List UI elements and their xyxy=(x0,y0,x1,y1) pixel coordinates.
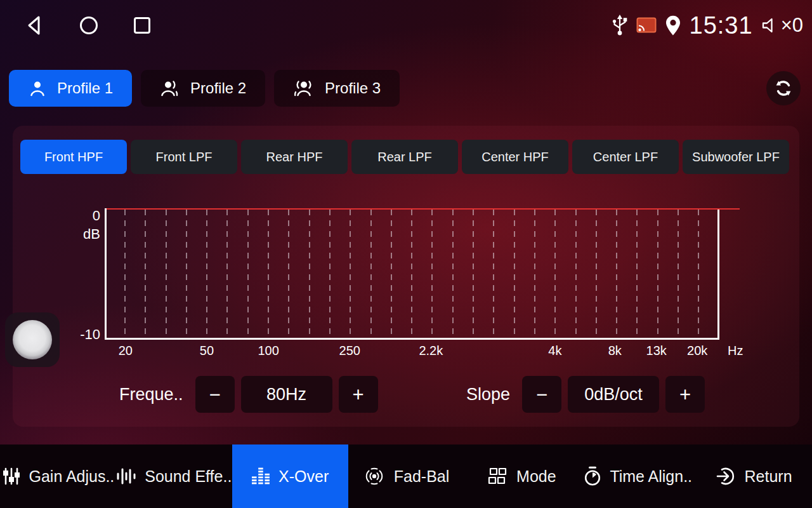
home-button[interactable] xyxy=(77,14,100,37)
chart-gridline xyxy=(554,210,556,338)
equalizer-bars-icon xyxy=(251,467,270,486)
nav-gain-adjust[interactable]: Gain Adjus.. xyxy=(0,444,116,508)
person-icon xyxy=(28,79,47,98)
mode-grid-icon xyxy=(488,467,508,485)
return-arrow-icon xyxy=(716,466,737,486)
nav-label: Fad-Bal xyxy=(394,467,450,486)
chart-x-tick: 20 xyxy=(119,344,133,358)
frequency-control: Freque.. − 80Hz + xyxy=(119,376,378,413)
location-icon xyxy=(664,15,682,36)
tab-subwoofer-lpf[interactable]: Subwoofer LPF xyxy=(683,140,789,174)
slope-minus-button[interactable]: − xyxy=(522,376,561,413)
refresh-icon xyxy=(774,79,793,98)
chart-gridline xyxy=(309,210,310,338)
filter-tabs: Front HPF Front LPF Rear HPF Rear LPF Ce… xyxy=(20,140,789,174)
status-indicators: 15:31 ×0 xyxy=(611,0,803,51)
chart-gridline xyxy=(186,210,187,338)
tab-center-lpf[interactable]: Center LPF xyxy=(572,140,679,174)
tab-rear-lpf[interactable]: Rear LPF xyxy=(351,140,458,174)
slope-label: Slope xyxy=(466,385,510,404)
refresh-button[interactable] xyxy=(766,71,801,105)
nav-fad-bal[interactable]: Fad-Bal xyxy=(348,444,464,508)
chart-gridline xyxy=(493,210,494,338)
chart-gridline xyxy=(206,210,207,338)
knob-icon xyxy=(13,320,52,359)
chart-gridline xyxy=(514,210,515,338)
profile-2-button[interactable]: Profile 2 xyxy=(141,70,265,107)
nav-label: Mode xyxy=(516,467,556,486)
frequency-minus-button[interactable]: − xyxy=(195,376,235,413)
chart-x-tick: 2.2k xyxy=(419,344,443,358)
nav-label: Time Align.. xyxy=(610,467,692,486)
nav-x-over[interactable]: X-Over xyxy=(232,444,348,508)
chart-gridline xyxy=(698,210,699,338)
frequency-plus-button[interactable]: + xyxy=(339,376,378,413)
usb-icon xyxy=(611,13,629,37)
android-nav-buttons xyxy=(24,0,154,51)
chart-gridline xyxy=(657,210,658,338)
nav-time-align[interactable]: Time Align.. xyxy=(580,444,696,508)
tab-rear-hpf[interactable]: Rear HPF xyxy=(241,140,348,174)
status-bar: 15:31 ×0 xyxy=(0,0,812,51)
slope-value: 0dB/oct xyxy=(568,376,659,413)
chart-x-axis-unit: Hz xyxy=(728,344,743,358)
chart-x-tick: 8k xyxy=(608,344,622,358)
chart-x-tick: 100 xyxy=(258,344,279,358)
slope-plus-button[interactable]: + xyxy=(665,376,705,413)
head-unit-screen: 15:31 ×0 Profile 1 Profil xyxy=(0,0,812,508)
chart-gridline xyxy=(431,210,433,338)
chart-gridline xyxy=(678,210,679,338)
slope-control: Slope − 0dB/oct + xyxy=(466,376,705,413)
chart-gridline xyxy=(391,210,392,338)
chart-gridline xyxy=(473,210,474,338)
gain-sliders-icon xyxy=(2,467,21,486)
chart-gridline xyxy=(226,210,228,338)
chart-series-line xyxy=(107,208,740,210)
chart-gridline xyxy=(575,210,577,338)
nav-mode[interactable]: Mode xyxy=(464,444,580,508)
recents-button[interactable] xyxy=(131,14,154,37)
person-icon xyxy=(293,79,315,98)
nav-sound-effect[interactable]: Sound Effe.. xyxy=(116,444,232,508)
chart-y-tick-neg10: -10 xyxy=(71,326,100,343)
profile-3-button[interactable]: Profile 3 xyxy=(274,70,400,107)
volume-mute-icon xyxy=(761,16,780,35)
chart-plot: Hz 20501002502.2k4k8k13k20k xyxy=(105,208,719,340)
person-icon xyxy=(160,79,180,98)
bottom-navigation: Gain Adjus.. Sound Effe.. X-Over xyxy=(0,444,812,508)
crossover-panel: Front HPF Front LPF Rear HPF Rear LPF Ce… xyxy=(13,126,799,427)
chart-gridline xyxy=(268,210,269,338)
chart-gridline xyxy=(247,210,249,338)
chart-x-tick: 250 xyxy=(339,344,360,358)
chart-gridline xyxy=(411,210,412,338)
chart-gridline xyxy=(350,210,351,338)
profile-1-button[interactable]: Profile 1 xyxy=(9,70,132,107)
floating-knob-button[interactable] xyxy=(5,312,60,367)
chart-gridline xyxy=(596,210,597,338)
chart-gridline xyxy=(370,210,372,338)
chart-gridline xyxy=(288,210,289,338)
profile-label: Profile 2 xyxy=(190,79,246,97)
tab-front-lpf[interactable]: Front LPF xyxy=(131,140,237,174)
volume-indicator: ×0 xyxy=(761,14,803,37)
chart-x-tick: 50 xyxy=(200,344,214,358)
tab-front-hpf[interactable]: Front HPF xyxy=(20,140,127,174)
tab-center-hpf[interactable]: Center HPF xyxy=(462,140,568,174)
chart-gridline xyxy=(145,210,146,338)
nav-label: X-Over xyxy=(278,467,329,486)
nav-return[interactable]: Return xyxy=(696,444,812,508)
chart-gridline xyxy=(124,210,126,338)
stopwatch-icon xyxy=(584,466,601,486)
chart-x-tick: 20k xyxy=(687,344,707,358)
fader-balance-icon xyxy=(363,467,386,486)
clock: 15:31 xyxy=(690,12,753,39)
chart-gridline xyxy=(616,210,617,338)
cast-icon xyxy=(636,17,657,34)
nav-label: Sound Effe.. xyxy=(145,467,232,486)
profile-label: Profile 3 xyxy=(325,79,381,97)
back-button[interactable] xyxy=(24,14,47,37)
sound-wave-icon xyxy=(116,467,136,486)
chart-gridline xyxy=(636,210,638,338)
chart-x-tick: 4k xyxy=(548,344,561,358)
chart-gridline xyxy=(534,210,535,338)
